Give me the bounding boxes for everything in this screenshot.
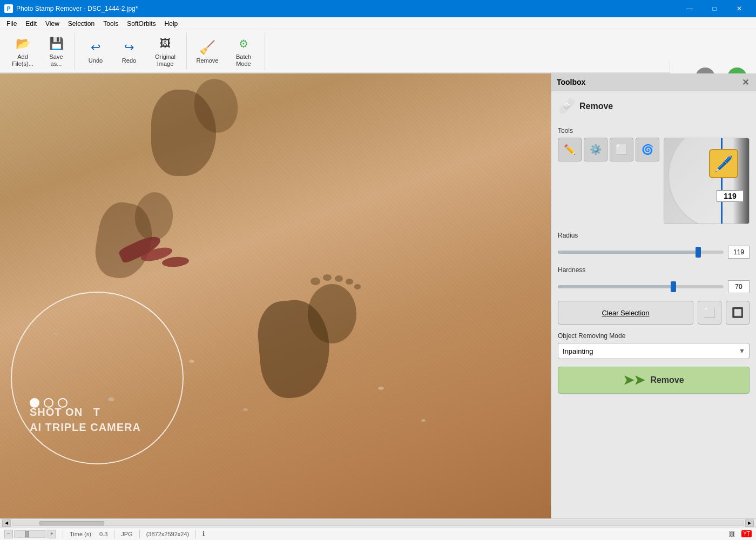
toolbar: 📂 AddFile(s)... 💾 Saveas... ↩ Undo ↪ Red… bbox=[0, 30, 756, 73]
original-image-button[interactable]: 🖼 OriginalImage bbox=[146, 33, 184, 70]
toolbar-file-group: 📂 AddFile(s)... 💾 Saveas... bbox=[4, 32, 75, 70]
menu-selection[interactable]: Selection bbox=[64, 19, 99, 29]
zoom-controls: − + bbox=[4, 530, 56, 538]
save-icon: 💾 bbox=[48, 35, 65, 52]
zoom-slider-track[interactable] bbox=[14, 530, 46, 538]
undo-label: Undo bbox=[89, 57, 103, 64]
sand-texture bbox=[0, 73, 551, 518]
canvas-area[interactable]: SHOT ON T AI TRIPLE CAMERA bbox=[0, 73, 551, 518]
radius-slider-thumb[interactable] bbox=[696, 247, 701, 258]
format-value: JPG bbox=[121, 531, 132, 537]
menu-edit[interactable]: Edit bbox=[21, 19, 41, 29]
toolbox-body: 🩹 Remove Tools ✏️ ⚙️ ⬜ 🌀 bbox=[551, 91, 756, 400]
undo-icon: ↩ bbox=[87, 39, 104, 56]
clear-selection-button[interactable]: Clear Selection bbox=[558, 301, 693, 325]
radius-slider-row: 119 bbox=[558, 246, 750, 259]
menu-softorbits[interactable]: SoftOrbits bbox=[123, 19, 160, 29]
radius-label: Radius bbox=[558, 232, 750, 239]
pencil-tool-button[interactable]: ✏️ bbox=[558, 138, 582, 161]
clear-selection-label: Clear Selection bbox=[602, 309, 649, 317]
scroll-left-button[interactable]: ◀ bbox=[2, 519, 11, 527]
redo-icon: ↪ bbox=[120, 39, 138, 56]
toolbox-close-button[interactable]: ✕ bbox=[740, 77, 751, 87]
eraser-tool-button[interactable]: ⚙️ bbox=[584, 138, 608, 161]
hardness-slider-fill bbox=[558, 285, 674, 288]
time-label: Time (s): bbox=[70, 531, 93, 537]
original-image-label: OriginalImage bbox=[155, 53, 176, 68]
info-icon: ℹ bbox=[202, 530, 205, 537]
active-tool-stamp[interactable]: 🖊️ bbox=[709, 149, 738, 178]
minimize-button[interactable]: — bbox=[677, 0, 702, 17]
maximize-button[interactable]: □ bbox=[702, 0, 727, 17]
invert-selection-icon: 🔲 bbox=[732, 307, 744, 319]
lasso-tool-button[interactable]: 🌀 bbox=[636, 138, 659, 161]
redo-label: Redo bbox=[122, 57, 136, 64]
batch-mode-button[interactable]: ⚙ BatchMode bbox=[225, 33, 262, 70]
add-files-label: AddFile(s)... bbox=[12, 53, 33, 68]
remove-section-title: Remove bbox=[579, 102, 613, 111]
menu-tools[interactable]: Tools bbox=[99, 19, 123, 29]
tool-buttons-row: ✏️ ⚙️ ⬜ 🌀 bbox=[558, 138, 659, 161]
radius-slider-track[interactable] bbox=[558, 251, 724, 254]
radius-slider-fill bbox=[558, 251, 699, 254]
mode-select-wrapper: Inpainting Moving Average Smart Fill ▼ bbox=[558, 343, 750, 359]
save-label: Saveas... bbox=[49, 53, 63, 68]
tools-section: Tools ✏️ ⚙️ ⬜ 🌀 bbox=[558, 127, 750, 224]
remove-action-button[interactable]: ➤➤ Remove bbox=[558, 367, 750, 394]
radius-slider-value[interactable]: 119 bbox=[728, 246, 750, 259]
toolbox-title: Toolbox bbox=[557, 78, 585, 86]
select-all-button[interactable]: ⬜ bbox=[698, 301, 721, 325]
hardness-slider-value[interactable]: 70 bbox=[728, 280, 750, 293]
select-all-icon: ⬜ bbox=[704, 307, 716, 319]
hardness-slider-track[interactable] bbox=[558, 285, 724, 288]
remove-action-label: Remove bbox=[650, 375, 684, 385]
scroll-track[interactable] bbox=[12, 521, 744, 526]
scroll-thumb[interactable] bbox=[39, 521, 104, 525]
status-icon-1: 🖼 bbox=[729, 531, 735, 537]
remove-arrow-icon: ➤➤ bbox=[623, 373, 645, 388]
menu-file[interactable]: File bbox=[2, 19, 21, 29]
menu-help[interactable]: Help bbox=[160, 19, 183, 29]
mode-section: Object Removing Mode Inpainting Moving A… bbox=[558, 332, 750, 359]
radius-section: Radius 119 bbox=[558, 232, 750, 259]
status-separator-2 bbox=[114, 530, 114, 538]
close-button[interactable]: ✕ bbox=[727, 0, 752, 17]
zoom-minus-button[interactable]: − bbox=[4, 530, 13, 538]
save-as-button[interactable]: 💾 Saveas... bbox=[40, 33, 72, 70]
titlebar: P Photo Stamp Remover - DSC_1444-2.jpg* … bbox=[0, 0, 756, 17]
statusbar: − + Time (s): 0.3 JPG (3872x2592x24) ℹ 🖼… bbox=[0, 527, 756, 540]
zoom-slider-thumb[interactable] bbox=[25, 531, 29, 537]
toolbar-edit-group: ↩ Undo ↪ Redo 🖼 OriginalImage bbox=[77, 32, 187, 70]
add-files-button[interactable]: 📂 AddFile(s)... bbox=[6, 33, 39, 70]
hardness-slider-thumb[interactable] bbox=[671, 281, 676, 292]
app-icon: P bbox=[4, 4, 13, 13]
zoom-plus-button[interactable]: + bbox=[48, 530, 56, 538]
mode-label: Object Removing Mode bbox=[558, 332, 750, 340]
beach-image: SHOT ON T AI TRIPLE CAMERA bbox=[0, 73, 551, 518]
dimensions-value: (3872x2592x24) bbox=[146, 531, 190, 537]
menu-view[interactable]: View bbox=[41, 19, 64, 29]
time-value: 0.3 bbox=[99, 531, 107, 537]
main-area: SHOT ON T AI TRIPLE CAMERA Toolbox ✕ 🩹 R… bbox=[0, 73, 756, 518]
batch-mode-label: BatchMode bbox=[236, 53, 251, 68]
status-separator-3 bbox=[139, 530, 140, 538]
toolbar-remove-group: 🧹 Remove ⚙ BatchMode bbox=[189, 32, 265, 70]
mode-select[interactable]: Inpainting Moving Average Smart Fill bbox=[558, 343, 750, 359]
hardness-slider-row: 70 bbox=[558, 280, 750, 293]
remove-section-header: 🩹 Remove bbox=[558, 98, 750, 115]
remove-button[interactable]: 🧹 Remove bbox=[191, 33, 224, 70]
toolbox-header: Toolbox ✕ bbox=[551, 73, 756, 91]
tools-label: Tools bbox=[558, 127, 750, 134]
tools-area: ✏️ ⚙️ ⬜ 🌀 🖊️ bbox=[558, 138, 750, 224]
invert-selection-button[interactable]: 🔲 bbox=[726, 301, 750, 325]
redo-button[interactable]: ↪ Redo bbox=[113, 33, 145, 70]
menubar: File Edit View Selection Tools SoftOrbit… bbox=[0, 17, 756, 30]
undo-button[interactable]: ↩ Undo bbox=[79, 33, 112, 70]
scroll-right-button[interactable]: ▶ bbox=[745, 519, 754, 527]
status-separator-1 bbox=[63, 530, 63, 538]
rect-select-button[interactable]: ⬜ bbox=[610, 138, 633, 161]
hardness-label: Hardness bbox=[558, 266, 750, 274]
toolbox-panel: Toolbox ✕ 🩹 Remove Tools ✏️ ⚙️ bbox=[551, 73, 756, 518]
hardness-section: Hardness 70 bbox=[558, 266, 750, 293]
horizontal-scrollbar: ◀ ▶ bbox=[0, 518, 756, 527]
